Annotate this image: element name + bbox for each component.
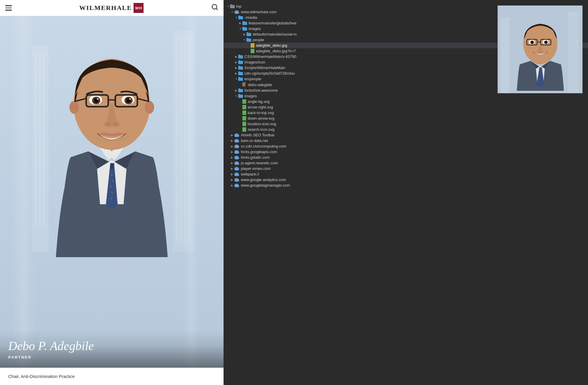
tree-node-label: images	[249, 26, 261, 31]
svg-point-53	[236, 145, 238, 147]
svg-rect-40	[242, 82, 245, 86]
svg-rect-7	[176, 37, 178, 242]
svg-point-69	[236, 167, 238, 169]
svg-rect-9	[184, 37, 186, 242]
preview-thumbnail	[497, 5, 583, 93]
collapsed-arrow[interactable]: ▶	[230, 133, 234, 137]
folder-icon	[238, 94, 243, 98]
collapsed-arrow[interactable]: ▶	[238, 21, 242, 25]
collapsed-arrow[interactable]: ▶	[230, 173, 234, 176]
hamburger-menu[interactable]	[5, 5, 12, 11]
tree-node[interactable]: location-icon.svg	[224, 121, 588, 127]
svg-rect-83	[501, 17, 509, 93]
tree-node-label: fonts.gstatic.com	[241, 155, 270, 160]
file-icon	[242, 111, 246, 115]
svg-point-57	[236, 150, 238, 153]
tree-node[interactable]: search-icon.svg	[224, 127, 588, 132]
tree-node[interactable]: ▶ bam.nr-data.net	[224, 138, 588, 143]
expanded-arrow[interactable]: ▾	[226, 5, 230, 8]
folder-icon	[238, 60, 243, 64]
tree-node[interactable]: ▶ www.googletagmanager.com	[224, 183, 588, 188]
folder-icon	[238, 55, 243, 58]
tree-node-label: bam.nr-data.net	[241, 138, 268, 143]
svg-point-18	[145, 101, 154, 114]
tree-node[interactable]: ▶ player.vimeo.com	[224, 166, 588, 171]
collapsed-arrow[interactable]: ▶	[234, 66, 238, 69]
cloud-icon	[234, 155, 239, 159]
collapsed-arrow[interactable]: ▶	[230, 156, 234, 159]
tree-node[interactable]: ▶ js-agent.newrelic.com	[224, 160, 588, 166]
tree-node[interactable]: arrow-right.svg	[224, 104, 588, 110]
svg-rect-10	[188, 37, 190, 242]
svg-point-91	[530, 41, 534, 44]
cloud-icon	[234, 172, 239, 176]
collapsed-arrow[interactable]: ▶	[230, 178, 234, 181]
logo-text: WILMERHALE	[79, 4, 132, 12]
file-icon	[242, 122, 246, 126]
cloud-icon	[234, 167, 239, 170]
folder-icon	[238, 16, 243, 19]
tree-node-label: cdn-cgi/scripts/5c5dd728/clou	[244, 71, 295, 76]
tree-node[interactable]: ▶ webpack://	[224, 171, 588, 177]
tree-node-label: debo-adegbile	[248, 83, 272, 87]
cloud-icon	[234, 150, 239, 154]
collapsed-arrow[interactable]: ▶	[230, 184, 234, 187]
collapsed-arrow[interactable]: ▶	[242, 33, 246, 36]
expanded-arrow[interactable]: ▾	[238, 27, 242, 30]
expanded-arrow[interactable]: ▾	[234, 16, 238, 19]
tree-node-label: people	[253, 38, 264, 42]
tree-node-label: Images/Icon	[244, 60, 265, 64]
logo-badge: WH	[134, 3, 144, 13]
cloud-icon	[234, 144, 239, 148]
folder-icon	[242, 27, 247, 31]
tree-node[interactable]: back-to-top.svg	[224, 110, 588, 116]
cloud-icon	[234, 178, 239, 182]
tree-node-label: js-agent.newrelic.com	[241, 161, 278, 165]
cloud-icon	[234, 183, 239, 187]
thumbnail-svg	[498, 6, 582, 93]
tree-node[interactable]: ▾images	[224, 93, 588, 99]
tree-node[interactable]: ▶ cc.cdn.civiccomputing.com	[224, 143, 588, 149]
svg-point-13	[110, 186, 111, 187]
expanded-arrow[interactable]: ▾	[234, 94, 238, 98]
collapsed-arrow[interactable]: ▶	[230, 161, 234, 165]
svg-point-61	[236, 156, 238, 158]
expanded-arrow[interactable]: ▾	[242, 38, 246, 41]
person-title: PARTNER	[8, 355, 215, 359]
site-header: WILMERHALE WH	[0, 0, 224, 16]
tree-node[interactable]: ▶ fonts.gstatic.com	[224, 155, 588, 160]
tree-node-label: top	[236, 4, 241, 9]
file-icon	[242, 105, 246, 109]
name-overlay: Debo P. Adegbile PARTNER	[0, 330, 224, 368]
search-button[interactable]	[211, 4, 218, 12]
tree-node-label: en/people	[244, 77, 261, 81]
folder-icon	[242, 21, 247, 25]
collapsed-arrow[interactable]: ▶	[234, 89, 238, 92]
tree-node-label: cc.cdn.civiccomputing.com	[241, 144, 286, 148]
tree-node[interactable]: ▶ www.google-analytics.com	[224, 177, 588, 183]
folder-icon	[246, 32, 251, 36]
tree-node-label: location-icon.svg	[248, 122, 276, 126]
collapsed-arrow[interactable]: ▶	[230, 167, 234, 170]
tree-node[interactable]: angle-bg.svg	[224, 99, 588, 104]
collapsed-arrow[interactable]: ▶	[234, 61, 238, 64]
collapsed-arrow[interactable]: ▶	[230, 145, 234, 148]
cloud-icon	[234, 10, 239, 14]
collapsed-arrow[interactable]: ▶	[230, 150, 234, 153]
svg-rect-4	[39, 51, 41, 228]
page-icon	[242, 82, 246, 87]
collapsed-arrow[interactable]: ▶	[234, 55, 238, 58]
collapsed-arrow[interactable]: ▶	[234, 72, 238, 75]
collapsed-arrow[interactable]: ▶	[230, 139, 234, 142]
expanded-arrow[interactable]: ▾	[230, 10, 234, 14]
tree-node[interactable]: down-arrow.svg	[224, 116, 588, 121]
svg-point-15	[111, 198, 112, 199]
tree-node-label: www.googletagmanager.com	[241, 183, 290, 188]
tree-node-label: fonts.googleapis.com	[241, 150, 277, 154]
left-panel: WILMERHALE WH	[0, 0, 224, 385]
tree-node[interactable]: ▶ Ahrefs SEO Toolbar	[224, 132, 588, 138]
expanded-arrow[interactable]: ▾	[234, 77, 238, 81]
logo-area: WILMERHALE WH	[79, 3, 144, 13]
tree-node[interactable]: ▶ fonts.googleapis.com	[224, 149, 588, 155]
svg-point-35	[129, 110, 147, 123]
